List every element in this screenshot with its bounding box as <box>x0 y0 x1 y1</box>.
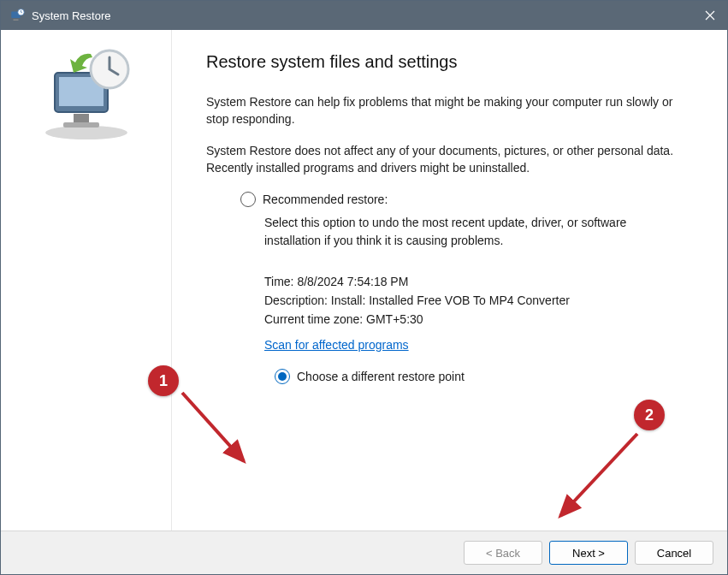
close-icon <box>705 10 715 21</box>
back-button[interactable]: < Back <box>464 541 542 565</box>
system-restore-window: System Restore Restore system fil <box>0 0 728 575</box>
intro-paragraph-1: System Restore can help fix problems tha… <box>206 94 684 127</box>
svg-rect-7 <box>63 122 99 127</box>
titlebar[interactable]: System Restore <box>1 1 727 30</box>
restore-point-details: Time: 8/8/2024 7:54:18 PM Description: I… <box>240 275 684 326</box>
radio-selected-icon <box>275 369 290 384</box>
restore-description: Description: Install: Installed Free VOB… <box>264 293 684 307</box>
next-button[interactable]: Next > <box>549 541 628 565</box>
restore-time: Time: 8/8/2024 7:54:18 PM <box>264 275 684 288</box>
window-title: System Restore <box>32 9 693 22</box>
intro-paragraph-2: System Restore does not affect any of yo… <box>206 143 684 176</box>
recommended-restore-detail: Select this option to undo the most rece… <box>240 214 684 249</box>
content-area: Restore system files and settings System… <box>1 30 727 531</box>
svg-rect-1 <box>14 20 19 21</box>
wizard-sidebar <box>1 30 172 531</box>
choose-different-restore-point-option[interactable]: Choose a different restore point <box>240 369 684 384</box>
restore-timezone: Current time zone: GMT+5:30 <box>264 312 684 326</box>
wizard-button-bar: < Back Next > Cancel <box>1 531 727 574</box>
system-restore-icon <box>9 8 25 23</box>
svg-point-3 <box>45 126 127 139</box>
choose-different-label: Choose a different restore point <box>297 370 465 383</box>
restore-illustration-icon <box>31 47 142 141</box>
cancel-button[interactable]: Cancel <box>635 541 713 565</box>
close-button[interactable] <box>693 1 727 30</box>
recommended-restore-option[interactable]: Recommended restore: <box>240 192 684 207</box>
radio-unselected-icon <box>240 192 256 207</box>
svg-rect-6 <box>74 114 89 122</box>
scan-affected-programs-link[interactable]: Scan for affected programs <box>240 338 409 352</box>
restore-options: Recommended restore: Select this option … <box>206 192 684 384</box>
page-heading: Restore system files and settings <box>206 52 684 72</box>
wizard-main: Restore system files and settings System… <box>172 30 727 531</box>
recommended-restore-label: Recommended restore: <box>263 193 388 206</box>
